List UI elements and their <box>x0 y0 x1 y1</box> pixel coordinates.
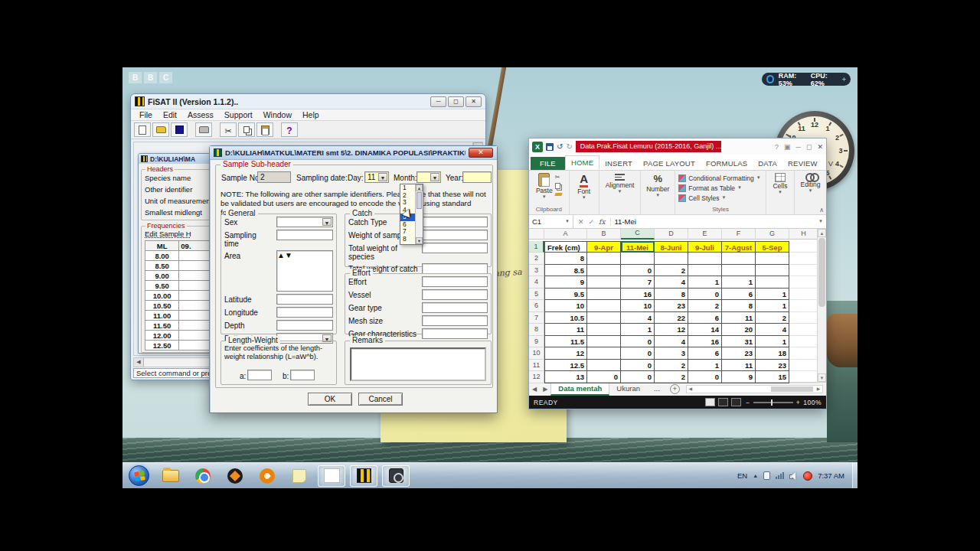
cell-C4[interactable]: 7 <box>621 276 655 289</box>
cell-D10[interactable]: 3 <box>655 347 688 360</box>
chevron-down-icon[interactable]: ▼ <box>322 218 332 226</box>
normal-view-icon[interactable] <box>705 398 715 406</box>
cell-H11[interactable] <box>789 360 818 372</box>
expand-icon[interactable]: + <box>842 76 846 83</box>
editing-button[interactable]: Editing ▼ <box>801 173 821 206</box>
cell-A9[interactable]: 11.5 <box>544 336 587 348</box>
remarks-field[interactable] <box>350 347 486 381</box>
cell-F10[interactable]: 23 <box>722 347 756 360</box>
sample-no-field[interactable]: 2 <box>257 171 291 183</box>
tab-data[interactable]: DATA <box>753 157 782 170</box>
cell-F1[interactable]: 7-Agust <box>722 241 756 253</box>
sheet-tab-data-mentah[interactable]: Data mentah <box>550 383 609 396</box>
scroll-up-icon[interactable]: ▲ <box>416 184 423 191</box>
volume-icon[interactable] <box>789 472 798 480</box>
cell-F6[interactable]: 8 <box>722 300 756 312</box>
cell-C2[interactable] <box>621 253 655 265</box>
cell-C3[interactable]: 0 <box>621 265 655 277</box>
cell-B8[interactable] <box>587 324 621 336</box>
system-monitor-widget[interactable]: RAM: 53% CPU: 62% + <box>762 73 851 86</box>
cell-B12[interactable]: 0 <box>587 371 621 383</box>
page-layout-view-icon[interactable] <box>718 398 728 406</box>
ok-button[interactable]: OK <box>308 393 352 406</box>
cell-F12[interactable]: 9 <box>722 371 756 383</box>
copy-icon[interactable] <box>555 183 560 189</box>
cell-E1[interactable]: 9-Juli <box>688 241 722 253</box>
cell-E3[interactable] <box>688 265 722 277</box>
column-header-G[interactable]: G <box>756 229 789 240</box>
cell-C9[interactable]: 0 <box>621 336 655 348</box>
cell-E6[interactable]: 2 <box>688 300 722 312</box>
cell-H12[interactable] <box>789 371 818 383</box>
name-box[interactable]: C1▼ <box>529 215 573 229</box>
cell-C6[interactable]: 10 <box>621 300 655 312</box>
fisat-titlebar[interactable]: FiSAT II (Version 1.1.2).. ─ ◻ ✕ <box>131 94 485 109</box>
scroll-down-icon[interactable]: ▼ <box>818 373 826 382</box>
alignment-button[interactable]: Alignment ▼ <box>606 173 635 206</box>
row-header-2[interactable]: 2 <box>529 253 544 265</box>
cell-G6[interactable]: 1 <box>756 300 789 312</box>
cell-C8[interactable]: 1 <box>621 324 655 336</box>
cell-D11[interactable]: 2 <box>655 360 688 372</box>
close-button[interactable]: ✕ <box>466 96 482 107</box>
cell-H6[interactable] <box>789 300 818 312</box>
help-button[interactable] <box>281 122 298 137</box>
tab-review[interactable]: REVIEW <box>782 157 823 170</box>
dialog-titlebar[interactable]: D:\KULIAH\MATKUL\MATERI smt 5\2. DINAMIK… <box>210 146 497 160</box>
show-desktop-button[interactable] <box>852 463 858 489</box>
row-header-12[interactable]: 12 <box>529 371 544 383</box>
zoom-level[interactable]: 100% <box>803 399 822 406</box>
scroll-thumb[interactable] <box>416 192 422 209</box>
tray-clock[interactable]: 7:37 AM <box>818 471 844 480</box>
cell-G7[interactable]: 2 <box>756 312 789 324</box>
restore-button[interactable]: ◻ <box>806 143 812 151</box>
cell-H1[interactable] <box>789 241 818 253</box>
cut-icon[interactable]: ✂ <box>555 174 562 181</box>
dialog-close-button[interactable]: ✕ <box>469 148 493 158</box>
sheet-tab--[interactable]: ... <box>647 383 667 396</box>
maximize-button[interactable]: ◻ <box>448 96 464 107</box>
mesh-size-field[interactable] <box>422 315 488 326</box>
scroll-up-icon[interactable]: ▲ <box>818 229 826 237</box>
gear-type-field[interactable] <box>422 302 488 313</box>
zoom-in-icon[interactable]: + <box>796 399 800 406</box>
scroll-thumb[interactable] <box>818 238 825 307</box>
conditional-formatting-button[interactable]: Conditional Formatting▼ <box>678 173 763 183</box>
cancel-entry-icon[interactable]: ✕ <box>578 218 584 226</box>
cell-D12[interactable]: 2 <box>655 371 688 383</box>
paste-button[interactable]: Paste ▼ <box>536 173 553 206</box>
cell-H10[interactable] <box>789 347 818 360</box>
cell-E8[interactable]: 14 <box>688 324 722 336</box>
cell-G9[interactable]: 1 <box>756 336 789 348</box>
menu-assess[interactable]: Assess <box>182 110 219 119</box>
scroll-down-icon[interactable]: ▼ <box>285 251 292 259</box>
cell-A6[interactable]: 10 <box>544 300 587 312</box>
excel-titlebar[interactable]: X ↺ ↻ Data Prak.Fisat Lemuru (2015-2016,… <box>529 139 826 155</box>
cell-D5[interactable]: 8 <box>655 289 688 301</box>
cell-A7[interactable]: 10.5 <box>544 312 587 324</box>
ribbon-options-icon[interactable]: ▣ <box>784 143 791 151</box>
cells-button[interactable]: Cells ▼ <box>773 173 787 206</box>
b-field[interactable] <box>290 370 315 380</box>
column-header-B[interactable]: B <box>587 229 621 240</box>
cell-E2[interactable] <box>688 253 722 265</box>
column-header-C[interactable]: C <box>621 229 655 240</box>
cell-C10[interactable]: 0 <box>621 347 655 360</box>
scroll-left-icon[interactable]: ◀ <box>134 358 144 367</box>
insert-function-icon[interactable]: fx <box>599 218 605 226</box>
cell-B10[interactable] <box>587 347 621 360</box>
new-sheet-icon[interactable]: + <box>670 384 680 394</box>
cell-E9[interactable]: 16 <box>688 336 722 348</box>
catch-type-field[interactable] <box>422 217 488 227</box>
tab-file[interactable]: FILE <box>531 157 565 170</box>
row-header-6[interactable]: 6 <box>529 300 544 312</box>
taskbar-button-chrome[interactable] <box>189 465 217 487</box>
menu-support[interactable]: Support <box>219 110 258 119</box>
a-field[interactable] <box>247 370 272 380</box>
row-header-5[interactable]: 5 <box>529 289 544 301</box>
format-as-table-button[interactable]: Format as Table▼ <box>678 183 763 193</box>
menu-file[interactable]: File <box>134 110 158 119</box>
cell-G4[interactable] <box>756 276 789 289</box>
page-break-view-icon[interactable] <box>731 398 741 406</box>
scroll-down-icon[interactable]: ▼ <box>416 237 423 244</box>
